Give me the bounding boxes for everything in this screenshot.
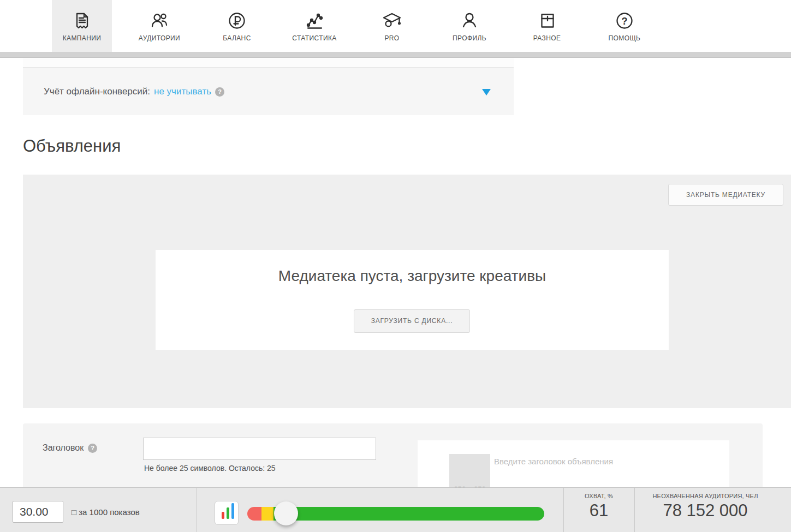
reach-value: 61: [563, 501, 634, 521]
title-input[interactable]: [143, 438, 376, 460]
help-icon: ?: [614, 10, 635, 32]
nav-item-label: PRO: [384, 34, 399, 42]
offline-conversions-help-icon[interactable]: ?: [215, 87, 224, 97]
nav-item-label: РАЗНОЕ: [533, 34, 561, 42]
nav-item-misc[interactable]: РАЗНОЕ: [517, 0, 577, 52]
nav-item-profile[interactable]: ПРОФИЛЬ: [439, 0, 499, 52]
profile-icon: [459, 10, 480, 32]
close-media-library-button[interactable]: ЗАКРЫТЬ МЕДИАТЕКУ: [668, 184, 783, 206]
page: КАМПАНИИ АУДИТОРИИ БАЛАНС: [0, 0, 791, 532]
statistics-icon: [304, 10, 325, 32]
nav-items: КАМПАНИИ АУДИТОРИИ БАЛАНС: [52, 0, 655, 52]
collapsed-section-edge: [23, 58, 514, 68]
reach-label: ОХВАТ, %: [563, 493, 634, 499]
price-unit-text: за 1000 показов: [79, 507, 139, 517]
nav-item-label: СТАТИСТИКА: [292, 34, 336, 42]
price-bar: □ за 1000 показов ОХВАТ, % 61 НЕОХВАЧЕНН…: [0, 487, 791, 532]
nav-item-audiences[interactable]: АУДИТОРИИ: [129, 0, 189, 52]
unreached-label: НЕОХВАЧЕННАЯ АУДИТОРИЯ, ЧЕЛ: [634, 493, 776, 499]
stats-toggle-button[interactable]: [215, 501, 239, 525]
page-title: Объявления: [23, 136, 121, 156]
divider: [197, 488, 197, 532]
nav-item-balance[interactable]: БАЛАНС: [207, 0, 267, 52]
nav-item-pro[interactable]: PRO: [362, 0, 422, 52]
audiences-icon: [148, 10, 170, 32]
title-label: Заголовок: [43, 443, 84, 453]
ad-title-placeholder: Введите заголовок объявления: [494, 457, 613, 466]
media-library-panel: ЗАКРЫТЬ МЕДИАТЕКУ Медиатека пуста, загру…: [23, 175, 791, 408]
top-nav: КАМПАНИИ АУДИТОРИИ БАЛАНС: [0, 0, 791, 52]
price-slider[interactable]: [247, 507, 544, 521]
nav-item-campaigns[interactable]: КАМПАНИИ: [52, 0, 112, 52]
slider-handle[interactable]: [274, 501, 298, 525]
misc-icon: [536, 10, 558, 32]
price-input[interactable]: [13, 501, 63, 523]
media-library-empty-title: Медиатека пуста, загрузите креативы: [156, 267, 669, 285]
currency-symbol: □: [72, 507, 76, 517]
campaigns-icon: [71, 10, 93, 32]
pro-icon: [381, 10, 403, 32]
nav-item-statistics[interactable]: СТАТИСТИКА: [284, 0, 344, 52]
svg-text:?: ?: [622, 16, 628, 27]
upload-from-disk-button[interactable]: ЗАГРУЗИТЬ С ДИСКА...: [354, 309, 470, 333]
price-unit-label: □ за 1000 показов: [72, 507, 140, 517]
chevron-down-icon[interactable]: [482, 89, 491, 95]
offline-conversions-panel[interactable]: Учёт офлайн-конверсий: не учитывать ?: [23, 68, 514, 115]
offline-conversions-label: Учёт офлайн-конверсий:: [44, 86, 150, 97]
nav-divider-strip: [0, 52, 791, 58]
offline-conversions-value-link[interactable]: не учитывать: [154, 86, 211, 97]
nav-item-label: ПРОФИЛЬ: [453, 34, 486, 42]
offline-conversions-row: Учёт офлайн-конверсий: не учитывать ?: [44, 86, 224, 97]
unreached-value: 78 152 000: [634, 501, 776, 521]
unreached-metric: НЕОХВАЧЕННАЯ АУДИТОРИЯ, ЧЕЛ 78 152 000: [634, 488, 776, 532]
title-hint: Не более 25 символов. Осталось: 25: [144, 464, 276, 473]
nav-item-label: ПОМОЩЬ: [609, 34, 641, 42]
nav-item-help[interactable]: ? ПОМОЩЬ: [594, 0, 655, 52]
title-help-icon[interactable]: ?: [88, 444, 97, 453]
nav-item-label: БАЛАНС: [223, 34, 251, 42]
media-library-empty-state: Медиатека пуста, загрузите креативы ЗАГР…: [156, 250, 669, 350]
nav-item-label: АУДИТОРИИ: [139, 34, 180, 42]
balance-icon: [226, 10, 248, 32]
nav-item-label: КАМПАНИИ: [63, 34, 102, 42]
reach-metric: ОХВАТ, % 61: [563, 488, 634, 532]
title-label-row: Заголовок ?: [43, 443, 97, 453]
